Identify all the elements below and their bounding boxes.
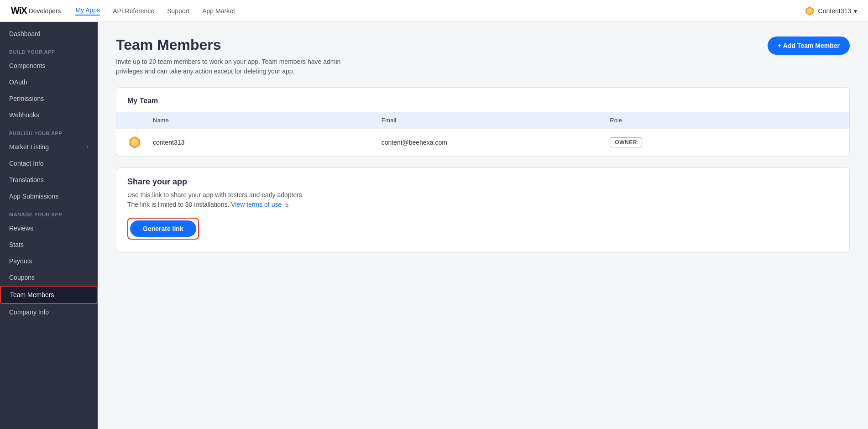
share-app-card: Share your app Use this link to share yo… xyxy=(116,167,850,253)
cell-role: OWNER xyxy=(610,137,838,147)
account-chevron: ▾ xyxy=(854,7,857,15)
add-team-member-button[interactable]: + Add Team Member xyxy=(768,37,850,55)
nav-right: Content313 ▾ xyxy=(805,6,857,16)
sidebar-item-company-info[interactable]: Company Info xyxy=(0,304,98,320)
sidebar-item-market-listing-label: Market Listing xyxy=(9,143,49,151)
generate-link-btn-wrapper: Generate link xyxy=(127,218,199,240)
sidebar-section-build: Build Your App xyxy=(0,42,98,58)
cell-avatar xyxy=(127,135,153,150)
page-header-text: Team Members Invite up to 20 team member… xyxy=(116,37,340,76)
sidebar-item-translations[interactable]: Translations xyxy=(0,172,98,188)
chevron-right-icon: › xyxy=(87,144,89,150)
account-name[interactable]: Content313 ▾ xyxy=(818,7,857,15)
top-nav: WiX Developers My Apps API Reference Sup… xyxy=(0,0,868,22)
sidebar-section-publish: Publish Your App xyxy=(0,123,98,139)
share-section: Share your app Use this link to share yo… xyxy=(116,168,849,252)
sidebar-item-reviews[interactable]: Reviews xyxy=(0,220,98,236)
col-role: Role xyxy=(610,117,838,124)
member-avatar-icon xyxy=(127,135,142,150)
sidebar-item-oauth[interactable]: OAuth xyxy=(0,74,98,90)
col-avatar xyxy=(127,117,153,124)
logo-wix: WiX xyxy=(11,5,27,16)
account-icon xyxy=(805,6,815,16)
sidebar-item-components[interactable]: Components xyxy=(0,58,98,74)
logo-developers: Developers xyxy=(29,7,61,15)
generate-link-button[interactable]: Generate link xyxy=(130,220,196,237)
col-email: Email xyxy=(382,117,610,124)
cell-email: content@beehexa.com xyxy=(382,139,610,146)
account-label: Content313 xyxy=(818,7,851,15)
external-link-icon: ⧉ xyxy=(285,201,288,209)
sidebar-item-dashboard[interactable]: Dashboard xyxy=(0,26,98,42)
nav-api-reference[interactable]: API Reference xyxy=(113,7,154,15)
sidebar-item-market-listing[interactable]: Market Listing › xyxy=(0,139,98,155)
col-name: Name xyxy=(153,117,382,124)
sidebar-section-manage: Manage Your App xyxy=(0,204,98,220)
cell-name: content313 xyxy=(153,139,382,146)
sidebar-item-coupons[interactable]: Coupons xyxy=(0,269,98,286)
sidebar-item-stats[interactable]: Stats xyxy=(0,236,98,253)
sidebar-item-team-members[interactable]: Team Members xyxy=(0,286,98,304)
page-title: Team Members xyxy=(116,37,340,53)
table-row: content313 content@beehexa.com OWNER xyxy=(116,128,849,156)
my-team-title: My Team xyxy=(116,88,849,112)
my-team-card: My Team Name Email Role content313 xyxy=(116,87,850,157)
owner-badge: OWNER xyxy=(610,137,642,147)
sidebar-item-webhooks[interactable]: Webhooks xyxy=(0,107,98,123)
nav-my-apps[interactable]: My Apps xyxy=(75,6,100,16)
logo: WiX Developers xyxy=(11,5,61,16)
page-subtitle-line1: Invite up to 20 team members to work on … xyxy=(116,58,340,65)
app-body: Dashboard Build Your App Components OAut… xyxy=(0,22,868,429)
nav-support[interactable]: Support xyxy=(167,7,189,15)
sidebar-item-payouts[interactable]: Payouts xyxy=(0,253,98,269)
share-desc-line1: Use this link to share your app with tes… xyxy=(127,191,304,199)
share-desc: Use this link to share your app with tes… xyxy=(127,190,838,209)
table-header: Name Email Role xyxy=(116,112,849,128)
view-terms-link[interactable]: View terms of use xyxy=(231,201,282,208)
page-subtitle: Invite up to 20 team members to work on … xyxy=(116,57,340,76)
share-desc-line2: The link is limited to 80 installations. xyxy=(127,201,229,208)
nav-links: My Apps API Reference Support App Market xyxy=(75,6,804,16)
sidebar-item-permissions[interactable]: Permissions xyxy=(0,90,98,107)
share-title: Share your app xyxy=(127,177,838,187)
sidebar: Dashboard Build Your App Components OAut… xyxy=(0,22,98,429)
sidebar-item-contact-info[interactable]: Contact Info xyxy=(0,155,98,172)
page-subtitle-line2: privileges and can take any action excep… xyxy=(116,68,294,75)
sidebar-item-app-submissions[interactable]: App Submissions xyxy=(0,188,98,204)
nav-app-market[interactable]: App Market xyxy=(202,7,235,15)
page-header: Team Members Invite up to 20 team member… xyxy=(116,37,850,76)
main-content: Team Members Invite up to 20 team member… xyxy=(98,22,868,429)
